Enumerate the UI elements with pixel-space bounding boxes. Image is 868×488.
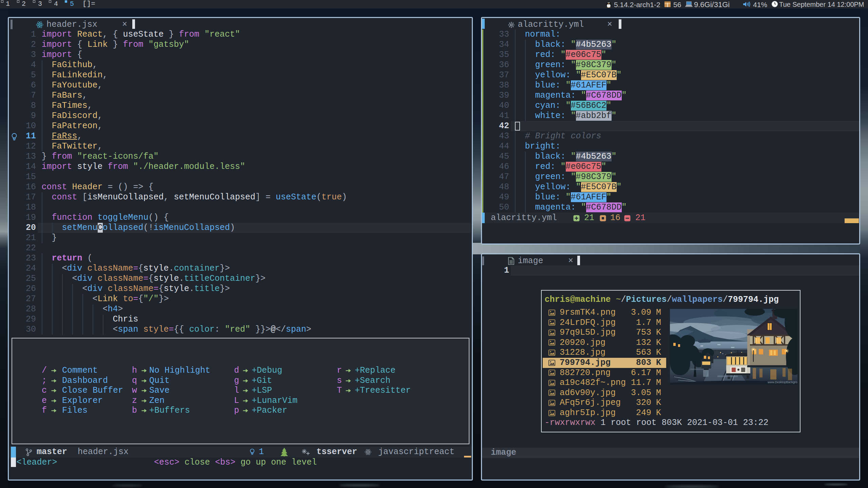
svg-text:www.DesktopBackground.org: www.DesktopBackground.org (767, 380, 797, 384)
